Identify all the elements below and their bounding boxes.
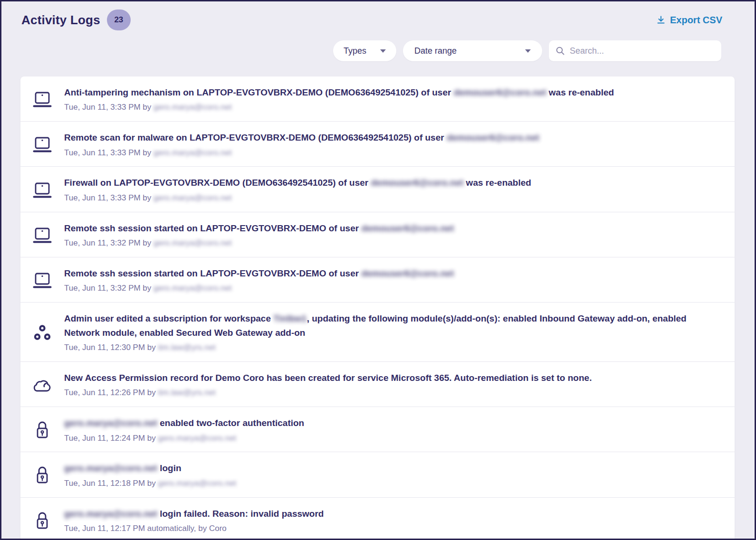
activity-log-row[interactable]: Admin user edited a subscription for wor…: [20, 302, 735, 361]
row-title: Remote scan for malware on LAPTOP-EVGTOV…: [64, 131, 716, 144]
activity-logs-page: Activity Logs 23 Export CSV Types Date r…: [0, 0, 756, 540]
types-dropdown[interactable]: Types: [333, 40, 396, 61]
text-segment: Remote ssh session started on LAPTOP-EVG…: [64, 268, 361, 278]
activity-log-row[interactable]: gero.marya@coro.net login Tue, Jun 11, 1…: [20, 452, 735, 497]
text-segment: Anti-tampering mechanism on LAPTOP-EVGTO…: [64, 87, 454, 97]
search-icon: [555, 46, 565, 56]
text-segment: login: [160, 463, 181, 473]
redacted-text: gero.marya@coro.net: [153, 193, 232, 202]
text-segment: Tue, Jun 11, 12:26 PM by: [64, 388, 158, 397]
text-segment: Tue, Jun 11, 12:18 PM by: [64, 479, 158, 488]
types-dropdown-label: Types: [344, 46, 366, 56]
row-body: Anti-tampering mechanism on LAPTOP-EVGTO…: [64, 85, 716, 113]
row-icon-cell: [20, 180, 64, 199]
chevron-down-icon: [525, 49, 531, 53]
page-header: Activity Logs 23 Export CSV: [1, 1, 755, 29]
row-icon-cell: [20, 134, 64, 154]
row-title: gero.marya@coro.net enabled two-factor a…: [64, 416, 716, 430]
text-segment: enabled two-factor authentication: [160, 418, 304, 428]
text-segment: Tue, Jun 11, 3:32 PM by: [64, 238, 153, 247]
row-timestamp: Tue, Jun 11, 3:33 PM by gero.marya@coro.…: [64, 102, 716, 113]
row-title: gero.marya@coro.net login: [64, 461, 716, 475]
row-title: Remote ssh session started on LAPTOP-EVG…: [64, 266, 716, 280]
search-input[interactable]: [570, 46, 715, 56]
redacted-text: gero.marya@coro.net: [153, 284, 232, 293]
activity-log-row[interactable]: Anti-tampering mechanism on LAPTOP-EVGTO…: [20, 76, 735, 121]
text-segment: was re-enabled: [546, 87, 614, 97]
row-title: Admin user edited a subscription for wor…: [64, 312, 716, 340]
lock-icon: [34, 420, 51, 440]
row-body: gero.marya@coro.net enabled two-factor a…: [64, 415, 716, 444]
row-icon-cell: [20, 375, 64, 394]
activity-log-list: Anti-tampering mechanism on LAPTOP-EVGTO…: [20, 76, 735, 540]
redacted-text: demouser6@coro.net: [361, 223, 454, 233]
row-icon-cell: [20, 322, 64, 341]
text-segment: Tue, Jun 11, 3:33 PM by: [64, 193, 153, 202]
lock-icon: [34, 465, 51, 485]
laptop-icon: [32, 227, 52, 245]
row-title: New Access Permission record for Demo Co…: [64, 371, 716, 385]
redacted-text: gero.marya@coro.net: [64, 418, 160, 428]
row-timestamp: Tue, Jun 11, 12:24 PM by gero.marya@coro…: [64, 433, 716, 444]
row-body: Remote ssh session started on LAPTOP-EVG…: [64, 265, 716, 294]
row-title: gero.marya@coro.net login failed. Reason…: [64, 507, 716, 521]
row-body: gero.marya@coro.net login Tue, Jun 11, 1…: [64, 460, 716, 489]
text-segment: Tue, Jun 11, 12:24 PM by: [64, 434, 158, 443]
row-body: Remote scan for malware on LAPTOP-EVGTOV…: [64, 130, 716, 158]
laptop-icon: [32, 181, 52, 199]
text-segment: Remote ssh session started on LAPTOP-EVG…: [64, 223, 361, 233]
activity-log-row[interactable]: Remote ssh session started on LAPTOP-EVG…: [20, 257, 735, 302]
redacted-text: gero.marya@coro.net: [153, 238, 232, 247]
activity-log-row[interactable]: Remote scan for malware on LAPTOP-EVGTOV…: [20, 121, 735, 166]
row-icon-cell: [20, 225, 64, 245]
row-timestamp: Tue, Jun 11, 12:30 PM by tim.law@yrs.net: [64, 342, 716, 353]
row-title: Firewall on LAPTOP-EVGTOVBRX-DEMO (DEMO6…: [64, 176, 716, 189]
text-segment: was re-enabled: [463, 178, 531, 188]
activity-log-row[interactable]: Remote ssh session started on LAPTOP-EVG…: [20, 212, 735, 257]
row-body: New Access Permission record for Demo Co…: [64, 370, 716, 398]
row-body: Firewall on LAPTOP-EVGTOVBRX-DEMO (DEMO6…: [64, 175, 716, 203]
date-range-dropdown-label: Date range: [414, 46, 457, 56]
row-timestamp: Tue, Jun 11, 3:33 PM by gero.marya@coro.…: [64, 192, 716, 204]
activity-log-row[interactable]: gero.marya@coro.net enabled two-factor a…: [20, 407, 735, 452]
row-timestamp: Tue, Jun 11, 3:32 PM by gero.marya@coro.…: [64, 283, 716, 294]
text-segment: Tue, Jun 11, 3:33 PM by: [64, 103, 153, 112]
laptop-icon: [32, 136, 52, 154]
text-segment: New Access Permission record for Demo Co…: [64, 373, 592, 383]
row-icon-cell: [20, 509, 64, 531]
export-csv-button[interactable]: Export CSV: [656, 15, 722, 26]
redacted-text: gero.marya@coro.net: [158, 434, 237, 443]
laptop-icon: [32, 272, 52, 290]
row-timestamp: Tue, Jun 11, 12:17 PM automatically, by …: [64, 523, 716, 534]
activity-log-row[interactable]: New Access Permission record for Demo Co…: [20, 361, 735, 407]
count-badge: 23: [107, 9, 131, 30]
row-title: Anti-tampering mechanism on LAPTOP-EVGTO…: [64, 85, 716, 99]
lock-icon: [34, 511, 51, 531]
redacted-text: gero.marya@coro.net: [158, 479, 237, 488]
redacted-text: demouser6@coro.net: [454, 87, 546, 97]
row-icon-cell: [20, 270, 64, 290]
text-segment: Firewall on LAPTOP-EVGTOVBRX-DEMO (DEMO6…: [64, 178, 371, 188]
text-segment: Admin user edited a subscription for wor…: [64, 313, 273, 323]
text-segment: Tue, Jun 11, 3:32 PM by: [64, 284, 153, 293]
row-body: Remote ssh session started on LAPTOP-EVG…: [64, 220, 716, 249]
date-range-dropdown[interactable]: Date range: [403, 40, 542, 61]
text-segment: Remote scan for malware on LAPTOP-EVGTOV…: [64, 133, 447, 142]
search-box[interactable]: [549, 40, 721, 61]
row-body: Admin user edited a subscription for wor…: [64, 311, 716, 353]
row-body: gero.marya@coro.net login failed. Reason…: [64, 506, 716, 534]
text-segment: Tue, Jun 11, 3:33 PM by: [64, 148, 153, 157]
activity-log-row[interactable]: Firewall on LAPTOP-EVGTOVBRX-DEMO (DEMO6…: [20, 166, 735, 211]
redacted-text: gero.marya@coro.net: [153, 148, 232, 157]
download-icon: [656, 15, 666, 25]
redacted-text: demouser6@coro.net: [447, 133, 539, 142]
redacted-text: gero.marya@coro.net: [153, 103, 232, 112]
laptop-icon: [32, 91, 52, 109]
page-title: Activity Logs: [21, 13, 100, 28]
activity-log-row[interactable]: gero.marya@coro.net login failed. Reason…: [20, 497, 735, 540]
redacted-text: demouser6@coro.net: [361, 268, 454, 278]
header-title-group: Activity Logs 23: [21, 9, 131, 30]
export-csv-label: Export CSV: [670, 15, 722, 26]
redacted-text: gero.marya@coro.net: [64, 463, 160, 473]
text-segment: Tue, Jun 11, 12:30 PM by: [64, 343, 158, 352]
